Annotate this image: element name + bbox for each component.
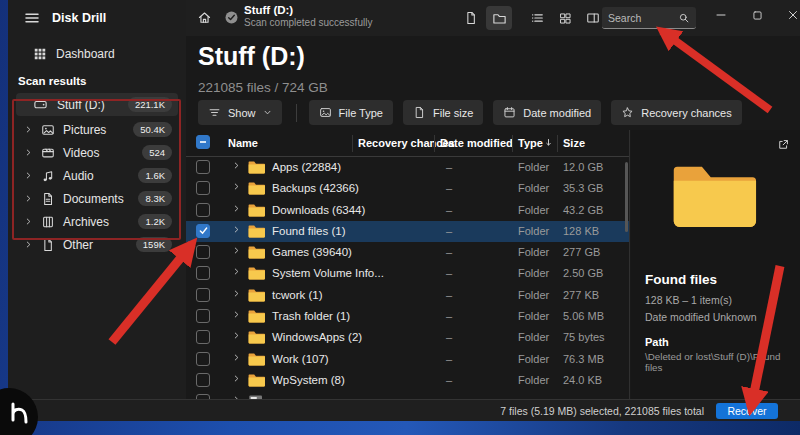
row-name: WindowsApps (2) bbox=[272, 331, 362, 343]
chevron-right-icon[interactable] bbox=[232, 161, 241, 170]
sidebar-category-item[interactable]: Pictures 50.4K bbox=[16, 118, 178, 141]
sidebar-category-item[interactable]: Other 159K bbox=[16, 233, 178, 256]
table-row[interactable]: Downloads (6344) – Folder 43.2 GB bbox=[186, 200, 629, 221]
chevron-right-icon[interactable] bbox=[232, 353, 241, 362]
table-row[interactable]: Games (39640) – Folder 277 GB bbox=[186, 242, 629, 263]
chevron-right-icon bbox=[24, 194, 33, 203]
filter-chip[interactable]: File Type bbox=[309, 100, 393, 125]
list-view-button[interactable] bbox=[524, 6, 550, 30]
folder-icon bbox=[248, 373, 266, 389]
row-type: Folder bbox=[518, 246, 549, 258]
table-row[interactable]: System Volume Info... – Folder 2.50 GB bbox=[186, 263, 629, 284]
list-view-icon bbox=[530, 11, 544, 25]
row-date-modified: – bbox=[446, 310, 452, 322]
view-toolbar bbox=[458, 6, 606, 30]
column-type[interactable]: Type bbox=[518, 137, 543, 149]
table-row[interactable]: Found files (1) – Folder 128 KB bbox=[186, 221, 629, 242]
sidebar-item-dashboard[interactable]: Dashboard bbox=[16, 42, 178, 65]
table-row[interactable]: Trash folder (1) – Folder 5.06 MB bbox=[186, 306, 629, 327]
column-size[interactable]: Size bbox=[563, 137, 585, 149]
table-row[interactable]: tcwork (1) – Folder 277 KB bbox=[186, 285, 629, 306]
chevron-right-icon bbox=[24, 125, 33, 134]
page-icon bbox=[464, 11, 478, 25]
chevron-right-icon[interactable] bbox=[232, 225, 241, 234]
sidebar-category-item[interactable]: Videos 524 bbox=[16, 141, 178, 164]
external-link-icon[interactable] bbox=[777, 138, 790, 151]
folder-view-button[interactable] bbox=[486, 6, 512, 30]
row-type: Folder bbox=[518, 289, 549, 301]
row-checkbox[interactable] bbox=[196, 181, 210, 195]
filter-chip[interactable]: Date modified bbox=[493, 100, 601, 125]
dashboard-label: Dashboard bbox=[56, 47, 115, 61]
page-subtitle: 221085 files / 724 GB bbox=[198, 80, 328, 95]
grid-view-button[interactable] bbox=[552, 6, 578, 30]
row-size: 35.3 GB bbox=[563, 182, 603, 194]
row-size: 277 GB bbox=[563, 246, 600, 258]
table-row[interactable]: WindowsApps (2) – Folder 75 bytes bbox=[186, 327, 629, 348]
chevron-right-icon[interactable] bbox=[232, 310, 241, 319]
chevron-right-icon bbox=[24, 240, 33, 249]
minimize-button[interactable] bbox=[704, 0, 738, 30]
table-row[interactable]: Apps (22884) – Folder 12.0 GB bbox=[186, 157, 629, 178]
row-name: Work (107) bbox=[272, 353, 329, 365]
column-name[interactable]: Name bbox=[228, 137, 258, 149]
row-size: 5.06 MB bbox=[563, 310, 604, 322]
page-button[interactable] bbox=[458, 6, 484, 30]
filter-chip[interactable]: Recovery chances bbox=[611, 100, 742, 125]
row-checkbox[interactable] bbox=[196, 373, 210, 387]
recover-button[interactable]: Recover bbox=[716, 403, 778, 419]
chevron-right-icon[interactable] bbox=[232, 204, 241, 213]
table-scrollbar[interactable] bbox=[625, 162, 628, 232]
home-icon[interactable] bbox=[197, 10, 212, 25]
row-checkbox[interactable] bbox=[196, 352, 210, 366]
sidebar-category-item[interactable]: Audio 1.6K bbox=[16, 164, 178, 187]
table-row[interactable]: Work (107) – Folder 76.3 MB bbox=[186, 349, 629, 370]
row-checkbox[interactable] bbox=[196, 245, 210, 259]
column-separator bbox=[557, 135, 558, 152]
sidebar-item-stuff-drive[interactable]: Stuff (D:) 221.1K bbox=[16, 93, 178, 116]
row-checkbox[interactable] bbox=[196, 330, 210, 344]
table-row[interactable]: Backups (42366) – Folder 35.3 GB bbox=[186, 178, 629, 199]
sidebar-category-item[interactable]: Documents 8.3K bbox=[16, 187, 178, 210]
select-all-checkbox[interactable] bbox=[196, 135, 210, 149]
category-label: Pictures bbox=[63, 123, 106, 137]
grid-view-icon bbox=[559, 12, 572, 25]
chevron-right-icon[interactable] bbox=[232, 246, 241, 255]
chevron-right-icon[interactable] bbox=[232, 374, 241, 383]
search-icon[interactable] bbox=[678, 12, 690, 24]
file-icon bbox=[413, 106, 426, 119]
sidebar-category-item[interactable]: Archives 1.2K bbox=[16, 210, 178, 233]
close-button[interactable] bbox=[776, 0, 800, 30]
category-count-badge: 1.2K bbox=[138, 214, 172, 229]
filter-chip[interactable]: File size bbox=[403, 100, 483, 125]
column-date-modified[interactable]: Date modified bbox=[440, 137, 513, 149]
row-checkbox[interactable] bbox=[196, 309, 210, 323]
chevron-right-icon[interactable] bbox=[232, 289, 241, 298]
documents-icon bbox=[41, 192, 55, 206]
table-row[interactable]: WpSystem (8) – Folder 24.0 KB bbox=[186, 370, 629, 391]
row-checkbox[interactable] bbox=[196, 203, 210, 217]
maximize-button[interactable] bbox=[740, 0, 774, 30]
chevron-right-icon[interactable] bbox=[232, 182, 241, 191]
search-input[interactable]: Search bbox=[602, 7, 696, 29]
row-date-modified: – bbox=[446, 204, 452, 216]
row-checkbox[interactable] bbox=[196, 224, 210, 238]
row-size: 43.2 GB bbox=[563, 204, 603, 216]
column-separator bbox=[434, 135, 435, 152]
chevron-right-icon[interactable] bbox=[232, 267, 241, 276]
chevron-right-icon[interactable] bbox=[232, 331, 241, 340]
hamburger-menu-icon[interactable] bbox=[24, 10, 40, 26]
folder-icon bbox=[248, 245, 266, 261]
row-name: System Volume Info... bbox=[272, 267, 384, 279]
row-checkbox[interactable] bbox=[196, 266, 210, 280]
table-header: Name Recovery chances Date modified Type… bbox=[186, 130, 629, 157]
row-checkbox[interactable] bbox=[196, 160, 210, 174]
search-placeholder: Search bbox=[608, 12, 678, 24]
row-date-modified: – bbox=[446, 225, 452, 237]
row-date-modified: – bbox=[446, 374, 452, 386]
row-size: 2.50 GB bbox=[563, 267, 603, 279]
row-checkbox[interactable] bbox=[196, 288, 210, 302]
folder-icon bbox=[248, 160, 266, 176]
show-dropdown[interactable]: Show bbox=[198, 100, 282, 125]
folder-icon bbox=[248, 352, 266, 368]
